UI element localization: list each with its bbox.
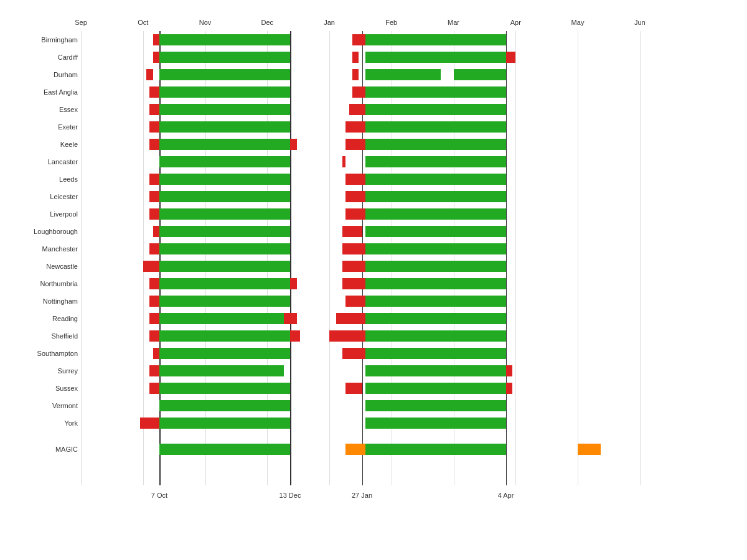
row-label: Leicester — [0, 193, 78, 200]
bar-green — [499, 278, 506, 289]
bar-green — [499, 139, 506, 150]
table-row: Manchester — [81, 240, 735, 258]
row-bars — [81, 191, 735, 202]
bar-red — [149, 296, 159, 307]
bar-green — [159, 296, 290, 307]
chart-area: SepOctNovDecJanFebMarAprMayJunBirmingham… — [81, 19, 735, 510]
row-bars — [81, 418, 735, 429]
month-label: Oct — [138, 19, 148, 26]
bar-red — [149, 278, 159, 289]
bar-red — [149, 365, 159, 376]
month-label: Sep — [75, 19, 87, 26]
table-row: York — [81, 414, 735, 432]
row-bars — [81, 104, 735, 115]
bar-green — [159, 261, 290, 272]
bar-green — [365, 243, 499, 254]
bar-red — [342, 243, 365, 254]
magic-bar-orange — [345, 444, 355, 455]
row-bars — [81, 383, 735, 394]
row-bars — [81, 330, 735, 342]
bar-red — [345, 191, 365, 202]
month-label: Dec — [261, 19, 273, 26]
bottom-labels: 7 Oct13 Dec27 Jan4 Apr — [81, 485, 735, 510]
table-row: Essex — [81, 101, 735, 118]
magic-bar-orange — [355, 444, 365, 455]
bar-green — [159, 139, 290, 150]
bar-green — [365, 261, 506, 272]
bar-green — [159, 86, 290, 98]
table-row: Northumbria — [81, 275, 735, 292]
bar-red — [345, 174, 365, 185]
table-row: Nottingham — [81, 292, 735, 310]
bar-green — [493, 330, 506, 342]
bar-red — [149, 139, 159, 150]
month-labels: SepOctNovDecJanFebMarAprMayJun — [81, 19, 735, 31]
bar-green — [159, 243, 290, 254]
row-bars — [81, 313, 735, 324]
month-label: Jan — [324, 19, 335, 26]
row-bars — [81, 34, 735, 45]
bar-red — [149, 191, 159, 202]
row-label: Liverpool — [0, 210, 78, 218]
bar-red — [352, 69, 359, 80]
month-label: Mar — [448, 19, 459, 26]
row-bars — [81, 121, 735, 133]
magic-bar-orange — [578, 444, 591, 455]
bar-green — [159, 34, 290, 45]
bar-red — [329, 330, 365, 342]
bar-green — [159, 330, 290, 342]
bar-red — [153, 52, 160, 63]
bar-red — [140, 418, 147, 429]
table-row: Durham — [81, 66, 735, 83]
bar-red — [290, 330, 300, 342]
row-label: York — [0, 419, 78, 427]
bar-red — [506, 52, 516, 63]
row-bars — [81, 139, 735, 150]
bar-red — [290, 139, 297, 150]
bottom-date-label: 4 Apr — [498, 492, 514, 499]
bar-green — [159, 383, 290, 394]
magic-bars — [81, 444, 735, 455]
table-row: Loughborough — [81, 223, 735, 240]
bar-green — [365, 156, 506, 167]
bar-red — [149, 243, 159, 254]
bar-red — [349, 104, 365, 115]
row-bars — [81, 261, 735, 272]
bar-green — [365, 383, 506, 394]
table-row: Cardiff — [81, 49, 735, 66]
bar-green — [159, 348, 290, 359]
row-label: Sussex — [0, 385, 78, 392]
bar-red — [153, 86, 160, 98]
bar-green — [159, 400, 290, 411]
month-label: Apr — [510, 19, 521, 26]
bar-green — [159, 208, 290, 220]
row-bars — [81, 400, 735, 411]
bar-green — [365, 86, 499, 98]
row-label: Reading — [0, 315, 78, 322]
bar-green — [365, 174, 493, 185]
bar-red — [345, 296, 365, 307]
table-row: Birmingham — [81, 31, 735, 49]
bar-green — [365, 278, 499, 289]
bottom-date-label: 7 Oct — [151, 492, 167, 499]
bar-green — [159, 365, 284, 376]
bar-red — [149, 261, 159, 272]
table-row: East Anglia — [81, 83, 735, 101]
bar-red — [342, 261, 349, 272]
row-bars — [81, 226, 735, 237]
bar-green — [159, 104, 290, 115]
row-label: Nottingham — [0, 297, 78, 305]
row-bars — [81, 174, 735, 185]
table-row: Keele — [81, 136, 735, 153]
row-label: Essex — [0, 106, 78, 113]
magic-label: MAGIC — [0, 446, 78, 453]
row-bars — [81, 208, 735, 220]
bar-red — [149, 174, 159, 185]
bar-red — [506, 383, 513, 394]
bar-green — [454, 69, 506, 80]
bar-red — [355, 383, 362, 394]
bar-green — [159, 121, 290, 133]
bar-red — [143, 261, 150, 272]
bottom-date-label: 13 Dec — [280, 492, 301, 499]
bar-green — [365, 191, 506, 202]
